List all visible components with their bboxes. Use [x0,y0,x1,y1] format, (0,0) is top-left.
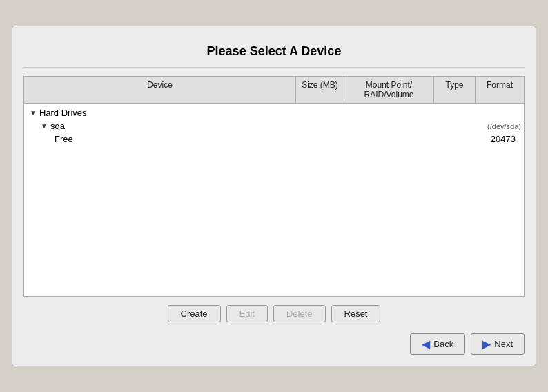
action-buttons: Create Edit Delete Reset [23,305,525,322]
device-table: Device Size (MB) Mount Point/ RAID/Volum… [23,76,525,297]
back-button[interactable]: ◀ Back [410,333,465,355]
create-button[interactable]: Create [168,305,221,322]
back-label: Back [433,339,453,349]
reset-button[interactable]: Reset [331,305,381,322]
col-mount: Mount Point/ RAID/Volume [344,77,434,103]
row-free[interactable]: Free 20473 [24,133,524,146]
next-arrow-icon: ▶ [482,337,491,351]
col-device: Device [24,77,296,103]
next-button[interactable]: ▶ Next [471,333,525,355]
hard-drives-label: Hard Drives [39,108,521,118]
sda-path: (/dev/sda) [487,122,521,130]
chevron-hard-drives: ▼ [30,109,37,117]
nav-buttons: ◀ Back ▶ Next [23,331,525,355]
chevron-sda: ▼ [41,122,48,130]
main-window: Please Select A Device Device Size (MB) … [12,26,536,366]
row-sda[interactable]: ▼ sda (/dev/sda) [24,119,524,133]
row-hard-drives[interactable]: ▼ Hard Drives [24,106,524,119]
back-arrow-icon: ◀ [422,337,430,351]
delete-button[interactable]: Delete [273,305,326,322]
free-size: 20473 [473,134,521,144]
free-label: Free [55,134,473,144]
col-format: Format [476,77,524,103]
table-header: Device Size (MB) Mount Point/ RAID/Volum… [24,77,524,104]
next-label: Next [494,339,513,349]
col-type: Type [434,77,476,103]
table-body: ▼ Hard Drives ▼ sda (/dev/sda) Free 2047… [24,104,524,296]
page-title: Please Select A Device [23,37,525,68]
sda-label: sda [50,121,485,131]
col-size: Size (MB) [296,77,344,103]
edit-button[interactable]: Edit [226,305,268,322]
